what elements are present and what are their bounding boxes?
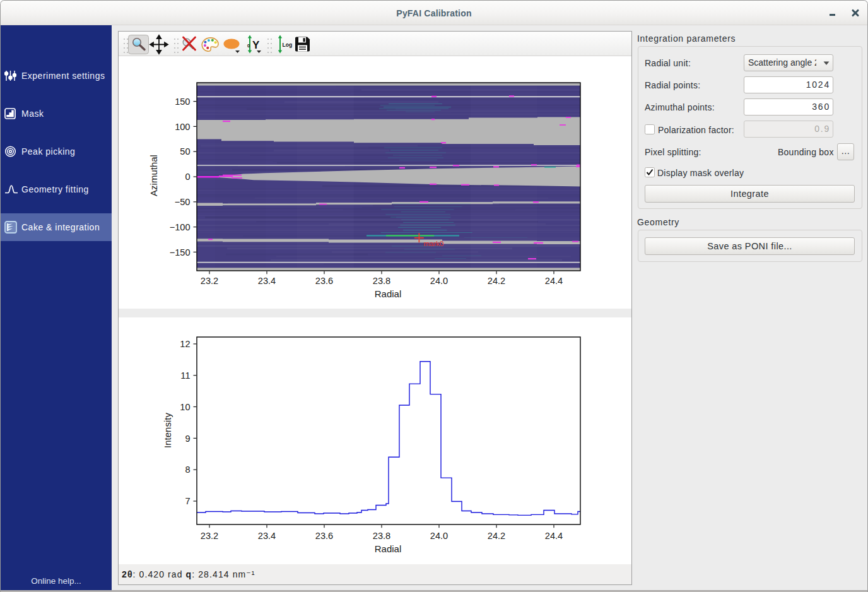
svg-text:50: 50 [180,146,190,157]
svg-text:7: 7 [185,496,190,506]
svg-text:−100: −100 [170,222,191,232]
svg-text:24.0: 24.0 [430,276,448,286]
svg-text:10: 10 [180,402,190,412]
svg-text:12: 12 [180,339,190,349]
svg-text:8: 8 [185,465,190,475]
svg-text:0: 0 [247,43,250,49]
svg-text:−150: −150 [170,247,191,258]
svg-text:0: 0 [185,172,190,182]
svg-text:23.6: 23.6 [315,276,333,286]
svg-text:24.2: 24.2 [488,276,505,286]
svg-text:24.0: 24.0 [430,531,448,541]
svg-text:23.2: 23.2 [201,531,218,541]
svg-text:9: 9 [185,434,190,444]
svg-text:Intensity: Intensity [162,413,173,448]
svg-text:11: 11 [180,370,190,381]
svg-text:23.4: 23.4 [258,531,276,541]
svg-text:Radial: Radial [375,288,402,299]
svg-text:Radial: Radial [375,543,402,554]
svg-text:23.4: 23.4 [258,276,276,286]
svg-text:100: 100 [175,122,190,132]
svg-text:mark0: mark0 [424,240,444,247]
svg-text:150: 150 [175,97,190,107]
svg-text:23.6: 23.6 [315,531,333,541]
svg-text:Y: Y [252,39,260,51]
svg-text:Log: Log [283,42,293,48]
svg-text:23.8: 23.8 [373,531,390,541]
svg-text:24.4: 24.4 [545,531,563,541]
svg-text:Azimuthal: Azimuthal [148,155,159,196]
svg-text:23.2: 23.2 [201,276,218,286]
svg-text:24.2: 24.2 [488,531,505,541]
svg-text:24.4: 24.4 [545,276,563,286]
svg-text:−50: −50 [175,197,191,207]
svg-text:23.8: 23.8 [373,276,390,286]
